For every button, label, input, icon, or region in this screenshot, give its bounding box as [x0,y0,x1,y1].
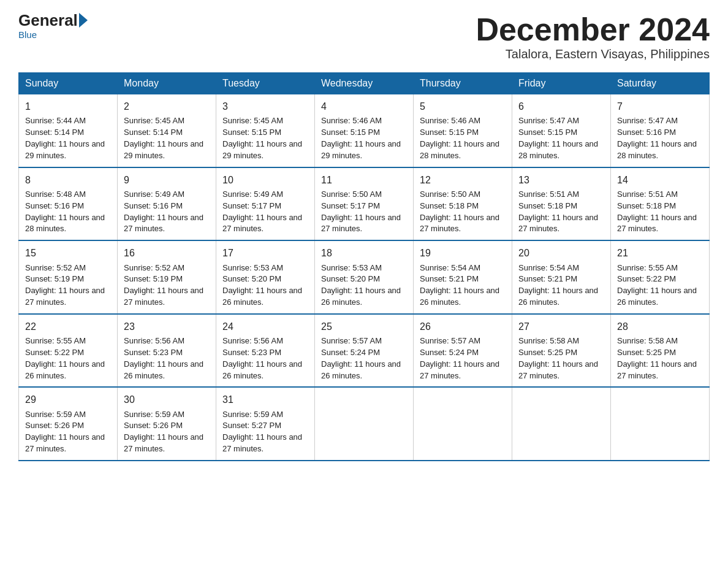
day-daylight: Daylight: 11 hours and 29 minutes. [124,139,203,160]
day-sunset: Sunset: 5:19 PM [124,274,183,283]
day-sunrise: Sunrise: 5:53 AM [321,263,382,272]
day-number: 12 [420,173,506,187]
day-sunset: Sunset: 5:26 PM [124,421,183,430]
day-daylight: Daylight: 11 hours and 26 minutes. [222,359,302,380]
calendar-cell: 3Sunrise: 5:45 AMSunset: 5:15 PMDaylight… [216,94,315,167]
calendar-cell: 17Sunrise: 5:53 AMSunset: 5:20 PMDayligh… [216,240,315,314]
day-sunrise: Sunrise: 5:54 AM [518,263,579,272]
day-sunrise: Sunrise: 5:57 AM [420,336,480,345]
day-sunset: Sunset: 5:15 PM [420,128,479,137]
day-daylight: Daylight: 11 hours and 27 minutes. [518,213,598,234]
day-number: 23 [124,320,210,334]
day-sunset: Sunset: 5:25 PM [518,348,577,357]
calendar-cell: 24Sunrise: 5:56 AMSunset: 5:23 PMDayligh… [216,314,315,388]
day-daylight: Daylight: 11 hours and 27 minutes. [222,432,302,453]
day-daylight: Daylight: 11 hours and 29 minutes. [321,139,401,160]
calendar-cell: 8Sunrise: 5:48 AMSunset: 5:16 PMDaylight… [19,167,118,241]
day-daylight: Daylight: 11 hours and 29 minutes. [222,139,302,160]
day-sunset: Sunset: 5:27 PM [222,421,281,430]
col-saturday: Saturday [611,73,710,94]
day-number: 21 [617,246,703,260]
calendar-cell: 7Sunrise: 5:47 AMSunset: 5:16 PMDaylight… [611,94,710,167]
day-sunrise: Sunrise: 5:50 AM [321,190,382,199]
day-number: 20 [518,246,604,260]
day-number: 27 [518,320,604,334]
col-friday: Friday [512,73,611,94]
col-wednesday: Wednesday [315,73,414,94]
day-sunrise: Sunrise: 5:56 AM [222,336,283,345]
calendar-cell: 21Sunrise: 5:55 AMSunset: 5:22 PMDayligh… [611,240,710,314]
calendar-header-row: Sunday Monday Tuesday Wednesday Thursday… [19,73,710,94]
day-daylight: Daylight: 11 hours and 29 minutes. [25,139,105,160]
calendar-cell: 9Sunrise: 5:49 AMSunset: 5:16 PMDaylight… [118,167,216,241]
day-number: 11 [321,173,407,187]
col-monday: Monday [118,73,216,94]
day-sunset: Sunset: 5:16 PM [25,201,84,210]
day-sunset: Sunset: 5:16 PM [617,128,676,137]
calendar-cell: 14Sunrise: 5:51 AMSunset: 5:18 PMDayligh… [611,167,710,241]
day-sunset: Sunset: 5:22 PM [617,274,676,283]
calendar-week-row: 22Sunrise: 5:55 AMSunset: 5:22 PMDayligh… [19,314,710,388]
day-sunset: Sunset: 5:15 PM [222,128,281,137]
day-sunrise: Sunrise: 5:47 AM [518,116,579,125]
day-sunrise: Sunrise: 5:45 AM [124,116,184,125]
day-sunset: Sunset: 5:14 PM [124,128,183,137]
calendar-week-row: 15Sunrise: 5:52 AMSunset: 5:19 PMDayligh… [19,240,710,314]
day-daylight: Daylight: 11 hours and 26 minutes. [518,286,598,307]
col-tuesday: Tuesday [216,73,315,94]
calendar-cell: 28Sunrise: 5:58 AMSunset: 5:25 PMDayligh… [611,314,710,388]
day-sunrise: Sunrise: 5:46 AM [420,116,480,125]
calendar-cell [512,387,611,461]
day-sunset: Sunset: 5:19 PM [25,274,84,283]
day-sunrise: Sunrise: 5:52 AM [124,263,184,272]
day-number: 28 [617,320,703,334]
day-number: 16 [124,246,210,260]
day-number: 10 [222,173,308,187]
day-daylight: Daylight: 11 hours and 26 minutes. [321,286,401,307]
day-sunset: Sunset: 5:14 PM [25,128,84,137]
day-sunset: Sunset: 5:16 PM [124,201,183,210]
day-number: 7 [617,99,703,113]
day-daylight: Daylight: 11 hours and 27 minutes. [124,286,203,307]
day-daylight: Daylight: 11 hours and 27 minutes. [321,213,401,234]
day-sunrise: Sunrise: 5:47 AM [617,116,678,125]
calendar-cell: 1Sunrise: 5:44 AMSunset: 5:14 PMDaylight… [19,94,118,167]
location-text: Talalora, Eastern Visayas, Philippines [476,47,710,61]
day-daylight: Daylight: 11 hours and 27 minutes. [25,432,105,453]
day-number: 24 [222,320,308,334]
day-daylight: Daylight: 11 hours and 28 minutes. [420,139,499,160]
day-sunset: Sunset: 5:23 PM [124,348,183,357]
calendar-cell: 5Sunrise: 5:46 AMSunset: 5:15 PMDaylight… [414,94,512,167]
calendar-cell: 26Sunrise: 5:57 AMSunset: 5:24 PMDayligh… [414,314,512,388]
day-sunrise: Sunrise: 5:51 AM [518,190,579,199]
day-sunrise: Sunrise: 5:59 AM [124,410,184,419]
calendar-week-row: 1Sunrise: 5:44 AMSunset: 5:14 PMDaylight… [19,94,710,167]
day-sunset: Sunset: 5:26 PM [25,421,84,430]
calendar-cell: 11Sunrise: 5:50 AMSunset: 5:17 PMDayligh… [315,167,414,241]
calendar-cell: 15Sunrise: 5:52 AMSunset: 5:19 PMDayligh… [19,240,118,314]
day-sunset: Sunset: 5:17 PM [321,201,380,210]
day-sunset: Sunset: 5:18 PM [420,201,479,210]
day-number: 15 [25,246,111,260]
day-number: 8 [25,173,111,187]
calendar-cell: 12Sunrise: 5:50 AMSunset: 5:18 PMDayligh… [414,167,512,241]
day-sunset: Sunset: 5:18 PM [518,201,577,210]
day-sunrise: Sunrise: 5:51 AM [617,190,678,199]
day-daylight: Daylight: 11 hours and 27 minutes. [617,359,697,380]
calendar-cell: 20Sunrise: 5:54 AMSunset: 5:21 PMDayligh… [512,240,611,314]
calendar-cell: 10Sunrise: 5:49 AMSunset: 5:17 PMDayligh… [216,167,315,241]
calendar-cell: 27Sunrise: 5:58 AMSunset: 5:25 PMDayligh… [512,314,611,388]
calendar-table: Sunday Monday Tuesday Wednesday Thursday… [18,72,710,461]
day-sunrise: Sunrise: 5:44 AM [25,116,86,125]
calendar-cell [315,387,414,461]
day-sunrise: Sunrise: 5:45 AM [222,116,283,125]
day-number: 3 [222,99,308,113]
day-sunrise: Sunrise: 5:52 AM [25,263,86,272]
day-number: 17 [222,246,308,260]
day-daylight: Daylight: 11 hours and 28 minutes. [518,139,598,160]
day-number: 14 [617,173,703,187]
day-sunrise: Sunrise: 5:53 AM [222,263,283,272]
day-number: 18 [321,246,407,260]
day-sunset: Sunset: 5:21 PM [518,274,577,283]
calendar-week-row: 8Sunrise: 5:48 AMSunset: 5:16 PMDaylight… [19,167,710,241]
